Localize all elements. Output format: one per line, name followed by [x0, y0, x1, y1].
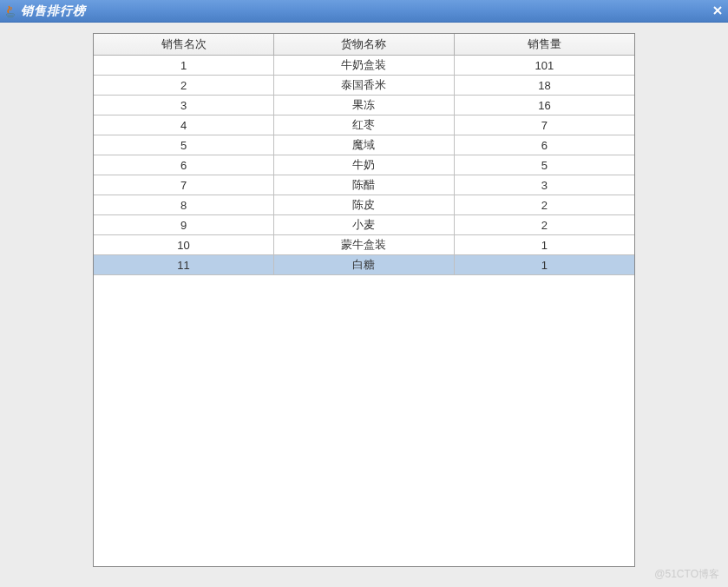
cell-qty[interactable]: 3: [454, 175, 634, 195]
table-row[interactable]: 4红枣7: [94, 115, 634, 135]
cell-qty[interactable]: 5: [454, 155, 634, 175]
java-icon: [3, 4, 17, 18]
table-row[interactable]: 5魔域6: [94, 135, 634, 155]
close-button[interactable]: [709, 2, 726, 19]
table-row[interactable]: 2泰国香米18: [94, 76, 634, 96]
table-body: 1牛奶盒装1012泰国香米183果冻164红枣75魔域66牛奶57陈醋38陈皮2…: [94, 56, 634, 275]
cell-name[interactable]: 果冻: [274, 96, 455, 115]
cell-name[interactable]: 泰国香米: [274, 76, 455, 96]
column-header-rank[interactable]: 销售名次: [94, 34, 274, 56]
cell-rank[interactable]: 9: [94, 215, 274, 235]
table-row[interactable]: 8陈皮2: [94, 195, 634, 215]
table-container: 销售名次 货物名称 销售量 1牛奶盒装1012泰国香米183果冻164红枣75魔…: [93, 33, 635, 567]
cell-qty[interactable]: 1: [454, 255, 634, 275]
cell-rank[interactable]: 4: [94, 115, 274, 135]
cell-rank[interactable]: 2: [94, 76, 274, 96]
table-row[interactable]: 10蒙牛盒装1: [94, 235, 634, 255]
table-row[interactable]: 6牛奶5: [94, 155, 634, 175]
cell-name[interactable]: 蒙牛盒装: [274, 235, 455, 255]
table-row[interactable]: 1牛奶盒装101: [94, 56, 634, 76]
table-empty-area[interactable]: [94, 275, 634, 567]
table-row[interactable]: 11白糖1: [94, 255, 634, 275]
column-header-qty[interactable]: 销售量: [454, 34, 634, 56]
cell-qty[interactable]: 2: [454, 215, 634, 235]
cell-name[interactable]: 小麦: [274, 215, 455, 235]
cell-rank[interactable]: 6: [94, 155, 274, 175]
cell-qty[interactable]: 1: [454, 235, 634, 255]
column-header-name[interactable]: 货物名称: [274, 34, 455, 56]
sales-ranking-table[interactable]: 销售名次 货物名称 销售量 1牛奶盒装1012泰国香米183果冻164红枣75魔…: [94, 34, 634, 275]
cell-qty[interactable]: 6: [454, 135, 634, 155]
cell-name[interactable]: 牛奶盒装: [274, 56, 455, 76]
cell-rank[interactable]: 10: [94, 235, 274, 255]
cell-rank[interactable]: 1: [94, 56, 274, 76]
watermark: @51CTO博客: [654, 567, 719, 582]
cell-name[interactable]: 红枣: [274, 115, 455, 135]
cell-rank[interactable]: 8: [94, 195, 274, 215]
table-header-row: 销售名次 货物名称 销售量: [94, 34, 634, 56]
cell-qty[interactable]: 7: [454, 115, 634, 135]
cell-qty[interactable]: 18: [454, 76, 634, 96]
cell-qty[interactable]: 101: [454, 56, 634, 76]
cell-qty[interactable]: 2: [454, 195, 634, 215]
cell-rank[interactable]: 5: [94, 135, 274, 155]
cell-name[interactable]: 陈皮: [274, 195, 455, 215]
table-row[interactable]: 9小麦2: [94, 215, 634, 235]
cell-rank[interactable]: 7: [94, 175, 274, 195]
cell-rank[interactable]: 11: [94, 255, 274, 275]
table-row[interactable]: 3果冻16: [94, 96, 634, 115]
cell-name[interactable]: 白糖: [274, 255, 455, 275]
cell-name[interactable]: 牛奶: [274, 155, 455, 175]
cell-rank[interactable]: 3: [94, 96, 274, 115]
window-title-bar[interactable]: 销售排行榜: [0, 0, 728, 23]
cell-name[interactable]: 陈醋: [274, 175, 455, 195]
content-area: 销售名次 货物名称 销售量 1牛奶盒装1012泰国香米183果冻164红枣75魔…: [0, 23, 728, 587]
cell-qty[interactable]: 16: [454, 96, 634, 115]
close-icon: [712, 5, 723, 16]
window-title: 销售排行榜: [21, 3, 86, 19]
cell-name[interactable]: 魔域: [274, 135, 455, 155]
table-row[interactable]: 7陈醋3: [94, 175, 634, 195]
